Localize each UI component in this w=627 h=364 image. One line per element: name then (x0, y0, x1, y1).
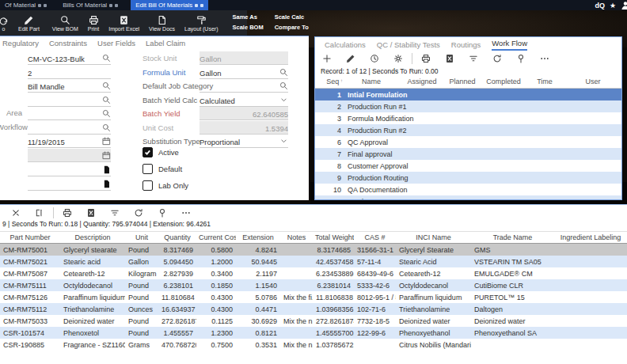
column-header-trade-name[interactable]: Trade Name (471, 232, 554, 244)
dock-icon[interactable] (35, 208, 44, 218)
pin-icon[interactable] (516, 54, 526, 63)
printer-icon[interactable] (63, 208, 72, 218)
form-field[interactable] (28, 121, 111, 135)
gear-icon[interactable] (393, 54, 403, 63)
search-icon[interactable] (279, 82, 288, 90)
workflow-row[interactable]: 10QA Documentation (315, 184, 621, 195)
filter-icon[interactable] (469, 54, 478, 63)
search-icon[interactable] (102, 82, 111, 90)
tab-edit-bill-of-materials[interactable]: Edit Bill Of Materials (131, 0, 208, 10)
column-header-quantity[interactable]: Quantity (158, 232, 196, 244)
column-header-seq[interactable]: Seq ↑ (315, 78, 343, 85)
user-icon[interactable] (621, 1, 627, 10)
column-header-cas-[interactable]: CAS # (354, 232, 396, 244)
table-row[interactable]: CM-RM75126Paraffinum liquidumPound11.810… (0, 291, 627, 303)
tab-regulatory[interactable]: Regulatory (2, 39, 39, 47)
column-header-extension[interactable]: Extension (236, 232, 280, 244)
workflow-row[interactable]: 3Formula Modification (315, 112, 621, 124)
tab-routings[interactable]: Routings (451, 40, 481, 51)
table-row[interactable]: CSR-101574PhenoxetolPound1.4555571.23000… (0, 327, 627, 339)
column-header-unit[interactable]: Unit (125, 232, 158, 244)
column-header-name[interactable]: Name (347, 78, 396, 85)
tab-pin-icon[interactable] (38, 4, 41, 7)
active-checkbox[interactable]: Active (142, 147, 179, 157)
compare-to-button[interactable]: Compare To (275, 24, 309, 33)
print-button[interactable]: Print (83, 10, 104, 36)
view-docs-button[interactable]: View Docs (144, 10, 180, 36)
scale-bom-button[interactable]: Scale BOM (232, 24, 263, 33)
formula-unit-field[interactable]: Gallon (200, 66, 288, 79)
form-field[interactable]: 2 (28, 66, 111, 79)
refresh-icon[interactable] (134, 208, 143, 218)
column-header-part-number[interactable]: Part Number (0, 232, 60, 244)
workflow-row[interactable]: 8Customer Approval (315, 160, 621, 172)
column-header-ingredient-labeling[interactable]: Ingredient Labeling (554, 232, 627, 244)
workflow-row[interactable]: 7Final approval (315, 148, 621, 160)
refresh-icon[interactable] (492, 54, 502, 63)
batch-yield-calc-field[interactable]: Calculated (200, 93, 288, 107)
form-field[interactable]: 11/19/2015 (28, 135, 111, 148)
form-field[interactable] (28, 163, 111, 176)
form-field[interactable]: CM-VC-123-Bulk (28, 51, 111, 65)
favorite-star-icon[interactable]: ★ (610, 2, 616, 9)
printer-icon[interactable] (421, 54, 431, 63)
tab-pin-icon[interactable] (109, 4, 112, 7)
excel-icon[interactable] (445, 54, 454, 63)
form-field[interactable] (28, 93, 111, 107)
table-row[interactable]: CM-RM75033Deionized waterPound272.826187… (0, 315, 627, 327)
table-row[interactable]: CM-RM75087Ceteareth-12Kilogram2.8279390.… (0, 267, 627, 279)
pencil-icon[interactable] (346, 54, 355, 63)
search-icon[interactable] (102, 109, 111, 118)
default-job-category-field[interactable] (200, 79, 288, 93)
table-row[interactable]: CM-RM75001Glyceryl stearatePound8.317469… (0, 244, 627, 256)
tab-label-claim[interactable]: Label Claim (146, 39, 185, 47)
form-field[interactable] (28, 177, 111, 191)
plus-icon[interactable] (322, 54, 332, 63)
table-row[interactable]: CM-RM75021Stearic acidGallon5.0944501.20… (0, 256, 627, 267)
filter-icon[interactable] (110, 208, 120, 218)
column-header-total-weight[interactable]: Total Weight (313, 232, 354, 244)
chevron-down-icon[interactable] (279, 96, 288, 104)
substitution-type-field[interactable]: Proportional (200, 135, 288, 148)
lab-only-checkbox[interactable]: Lab Only (142, 180, 188, 191)
column-header-current-cost[interactable]: Current Cost (196, 232, 236, 244)
table-row[interactable]: CM-RM75112TriethanolamineOunces16.634937… (0, 303, 627, 315)
tab-bills-of-material[interactable]: Bills Of Material (58, 0, 123, 10)
undo-button[interactable]: o (0, 10, 13, 36)
checkbox-checked-icon[interactable] (142, 147, 153, 157)
excel-icon[interactable] (86, 208, 96, 218)
pin-icon[interactable] (158, 208, 167, 218)
history-icon[interactable] (370, 54, 379, 63)
search-icon[interactable] (102, 123, 111, 132)
tab-of-material[interactable]: Of Material (0, 0, 51, 10)
file-icon[interactable] (102, 165, 111, 174)
tab-close-icon[interactable] (44, 4, 47, 7)
same-as-button[interactable]: Same As (232, 13, 263, 23)
form-field[interactable] (28, 107, 111, 120)
workflow-row[interactable]: 1Intial Formulation (315, 89, 621, 100)
search-icon[interactable] (279, 68, 288, 77)
tab-close-icon[interactable] (200, 4, 203, 7)
default-checkbox[interactable]: Default (142, 164, 182, 174)
table-row[interactable]: CSR-190885Fragrance - SZ11607 O...Grams4… (0, 339, 627, 351)
edit-part-button[interactable]: Edit Part (13, 10, 44, 36)
more-icon[interactable] (540, 54, 549, 63)
search-icon[interactable] (102, 54, 111, 63)
column-header-inci-name[interactable]: INCI Name (396, 232, 471, 244)
workflow-row[interactable]: 11Batch 1 (315, 195, 621, 200)
column-header-description[interactable]: Description (60, 232, 125, 244)
tab-work-flow[interactable]: Work Flow (492, 39, 527, 51)
view-bom-button[interactable]: View BOM (48, 10, 83, 36)
table-row[interactable]: CM-RM75111OctyldodecanolPound6.2381010.1… (0, 279, 627, 291)
calendar-icon[interactable] (102, 151, 111, 160)
tab-constraints[interactable]: Constraints (49, 39, 87, 47)
workflow-row[interactable]: 6QC Approval (315, 136, 621, 148)
form-field[interactable]: Bill Mandle (28, 79, 111, 93)
workflow-row[interactable]: 9Production Routing (315, 172, 621, 184)
file-icon[interactable] (102, 180, 111, 188)
column-header-time[interactable]: Time (520, 78, 569, 85)
chevron-down-icon[interactable] (279, 137, 288, 146)
import-excel-button[interactable]: Import Excel (104, 10, 144, 36)
checkbox-unchecked-icon[interactable] (142, 180, 153, 191)
column-header-user[interactable]: User (568, 78, 618, 85)
